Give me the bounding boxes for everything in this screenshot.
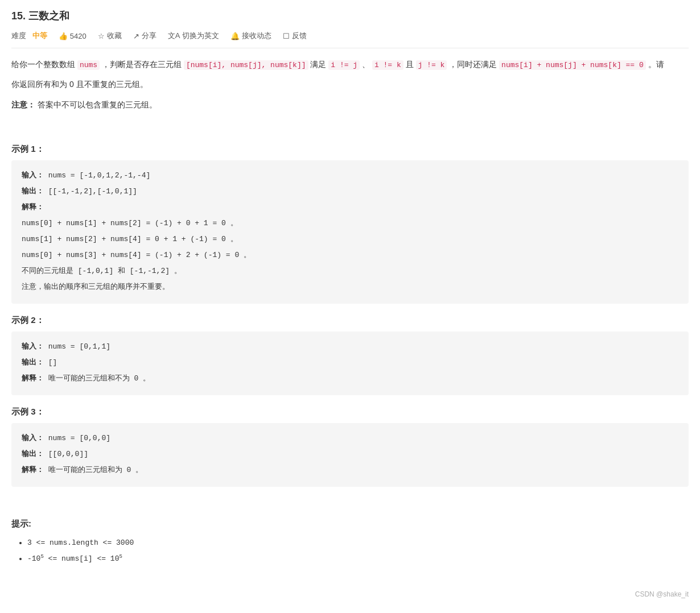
- example1-output-label: 输出：: [22, 187, 44, 196]
- desc-triplet-code: [nums[i], nums[j], nums[k]]: [184, 60, 308, 70]
- likes-count: 5420: [70, 32, 87, 40]
- example2-input-label: 输入：: [22, 342, 44, 351]
- example3-explain-text: 唯一可能的三元组和为 0 。: [48, 466, 143, 474]
- example3-explain-bold: 解释：: [22, 466, 44, 474]
- example2-output-value: []: [48, 358, 57, 367]
- desc-cond1: i != j: [328, 60, 360, 70]
- translate-icon: 文A: [168, 31, 180, 41]
- share-label: 分享: [142, 31, 157, 41]
- desc-nums-code: nums: [77, 60, 100, 70]
- desc-end: 。请: [648, 60, 664, 69]
- example2-explain-text: 唯一可能的三元组和不为 0 。: [48, 374, 150, 383]
- desc-line3: 注意： 答案中不可以包含重复的三元组。: [11, 98, 689, 112]
- footer-note: CSDN @shake_it: [11, 590, 689, 598]
- collect-item[interactable]: ☆ 收藏: [98, 31, 122, 41]
- example1-title: 示例 1：: [11, 144, 689, 155]
- example1-input-label: 输入：: [22, 171, 44, 180]
- example3-explain: 解释： 唯一可能的三元组和为 0 。: [22, 463, 678, 478]
- example1-block: 输入： nums = [-1,0,1,2,-1,-4] 输出： [[-1,-1,…: [11, 160, 689, 304]
- share-item[interactable]: ↗ 分享: [133, 31, 157, 41]
- notify-label: 接收动态: [242, 31, 271, 41]
- example2-input-value: nums = [0,1,1]: [48, 342, 110, 351]
- desc-line1-prefix: 给你一个整数数组: [11, 60, 77, 69]
- desc-line1-mid: ，判断是否存在三元组: [102, 60, 184, 69]
- problem-title: 15. 三数之和: [11, 9, 689, 23]
- desc-satisfy: 满足: [310, 60, 328, 69]
- example2-input: 输入： nums = [0,1,1]: [22, 339, 678, 354]
- spacer2: [11, 498, 689, 507]
- page-container: 15. 三数之和 难度 中等 👍 5420 ☆ 收藏 ↗ 分享 文A 切换为英文…: [0, 0, 700, 613]
- example1-output-value: [[-1,-1,2],[-1,0,1]]: [48, 187, 137, 196]
- desc-note-bold: 注意：: [11, 100, 35, 109]
- desc-also: ，同时还满足: [449, 60, 499, 69]
- example3-input: 输入： nums = [0,0,0]: [22, 431, 678, 446]
- difficulty-label-text: 难度: [11, 31, 26, 40]
- example1-explain-4: 不同的三元组是 [-1,0,1] 和 [-1,-1,2] 。: [22, 264, 678, 279]
- desc-line1: 给你一个整数数组 nums ，判断是否存在三元组 [nums[i], nums[…: [11, 57, 689, 72]
- hints-section: 提示: 3 <= nums.length <= 3000 -105 <= num…: [11, 519, 689, 568]
- likes-item[interactable]: 👍 5420: [59, 32, 87, 40]
- desc-cond2: i != k: [372, 60, 403, 70]
- example2-block: 输入： nums = [0,1,1] 输出： [] 解释： 唯一可能的三元组和不…: [11, 332, 689, 395]
- example3-output-value: [[0,0,0]]: [48, 450, 88, 458]
- translate-item[interactable]: 文A 切换为英文: [168, 31, 220, 41]
- share-icon: ↗: [133, 32, 139, 40]
- desc-cond3: j != k: [416, 60, 447, 70]
- meta-bar: 难度 中等 👍 5420 ☆ 收藏 ↗ 分享 文A 切换为英文 🔔 接收动态 ☐…: [11, 27, 689, 48]
- example1-explain-label: 解释：: [22, 200, 678, 215]
- example1-explain-2: nums[1] + nums[2] + nums[4] = 0 + 1 + (-…: [22, 232, 678, 247]
- desc-sum-code: nums[i] + nums[j] + nums[k] == 0: [499, 60, 646, 70]
- hint-item-1: 3 <= nums.length <= 3000: [27, 535, 689, 552]
- difficulty-value: 中等: [32, 31, 47, 40]
- desc-line2: 你返回所有和为 0 且不重复的三元组。: [11, 77, 689, 92]
- feedback-icon: ☐: [283, 32, 290, 40]
- example3-output-label: 输出：: [22, 450, 44, 458]
- desc-sep1: 、: [362, 60, 370, 69]
- example3-output: 输出： [[0,0,0]]: [22, 447, 678, 462]
- desc-and: 且: [406, 60, 416, 69]
- description-block: 给你一个整数数组 nums ，判断是否存在三元组 [nums[i], nums[…: [11, 57, 689, 112]
- example1-explain-3: nums[0] + nums[3] + nums[4] = (-1) + 2 +…: [22, 248, 678, 263]
- desc-note-rest: 答案中不可以包含重复的三元组。: [38, 100, 157, 109]
- example3-title: 示例 3：: [11, 407, 689, 417]
- collect-label: 收藏: [107, 31, 122, 41]
- example2-explain: 解释： 唯一可能的三元组和不为 0 。: [22, 371, 678, 386]
- example3-block: 输入： nums = [0,0,0] 输出： [[0,0,0]] 解释： 唯一可…: [11, 423, 689, 487]
- bell-icon: 🔔: [230, 32, 240, 40]
- hints-title: 提示:: [11, 519, 689, 529]
- translate-label: 切换为英文: [182, 31, 219, 41]
- example3-input-value: nums = [0,0,0]: [48, 434, 110, 442]
- notify-item[interactable]: 🔔 接收动态: [230, 31, 271, 41]
- example3-input-label: 输入：: [22, 434, 44, 442]
- example1-input-value: nums = [-1,0,1,2,-1,-4]: [48, 171, 150, 180]
- example2-explain-bold: 解释：: [22, 374, 44, 383]
- example2-output: 输出： []: [22, 355, 678, 370]
- feedback-label: 反馈: [292, 31, 307, 41]
- example1-explain-1: nums[0] + nums[1] + nums[2] = (-1) + 0 +…: [22, 216, 678, 231]
- hints-list: 3 <= nums.length <= 3000 -105 <= nums[i]…: [11, 535, 689, 568]
- example1-explain-5: 注意，输出的顺序和三元组的顺序并不重要。: [22, 280, 678, 295]
- spacer1: [11, 121, 689, 132]
- example2-output-label: 输出：: [22, 358, 44, 367]
- like-icon: 👍: [59, 32, 68, 40]
- example2-title: 示例 2：: [11, 315, 689, 326]
- star-icon: ☆: [98, 32, 105, 40]
- example1-output: 输出： [[-1,-1,2],[-1,0,1]]: [22, 184, 678, 199]
- example1-explain-bold: 解释：: [22, 203, 44, 212]
- difficulty-label: 难度 中等: [11, 31, 47, 41]
- hint-item-2: -105 <= nums[i] <= 105: [27, 551, 689, 568]
- example1-input: 输入： nums = [-1,0,1,2,-1,-4]: [22, 168, 678, 183]
- feedback-item[interactable]: ☐ 反馈: [283, 31, 307, 41]
